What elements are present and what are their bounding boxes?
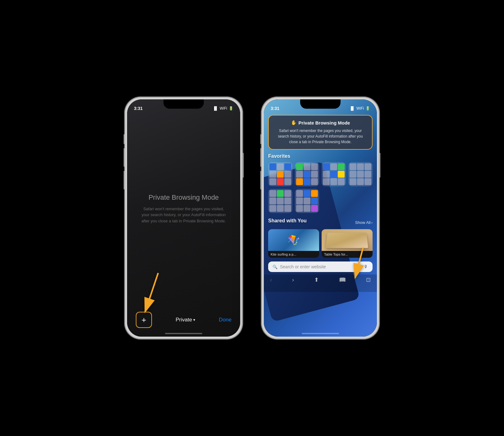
fav-dot [296,178,303,185]
private-mode-title: Private Browsing Mode [149,193,219,202]
shared-title: Shared with You [268,218,307,224]
fav-dot [357,171,364,178]
fav-item-5[interactable] [268,189,292,213]
mute-button [124,134,125,144]
fav-item-4[interactable] [348,162,373,186]
plus-icon: + [141,315,146,325]
fav-dot [338,171,345,178]
fav-dot [304,178,310,185]
volume-down-button-2 [260,171,262,189]
fav-item-2[interactable] [295,162,319,186]
status-icons-1: ▐▌ WiFi 🔋 [213,106,233,111]
fav-dot [284,171,291,178]
volume-up-button-2 [260,148,262,167]
fav-dot [338,163,345,170]
fav-dot [284,178,291,185]
caret-icon: ▾ [193,318,195,322]
fav-dot [284,190,291,197]
fav-dot [364,163,371,170]
favorites-title: Favorites [268,153,373,159]
volume-down-button [124,171,125,189]
fav-dot [311,190,318,197]
shared-card-kite[interactable]: 🪁 Kite surfing a p... [268,229,319,258]
fav-dot [364,178,371,185]
fav-dot [304,190,310,197]
favorites-section: Favorites [264,150,377,216]
fav-dot [269,178,276,185]
bookmarks-button[interactable]: 📖 [339,276,346,283]
pb-card-description: Safari won't remember the pages you visi… [274,128,367,145]
fav-dot [284,205,291,212]
fav-dot [296,190,303,197]
wifi-icon: WiFi [220,106,227,111]
back-button[interactable]: ‹ [270,277,272,283]
fav-dot [311,198,318,204]
fav-dot [296,163,303,170]
fav-item-3[interactable] [322,162,346,186]
fav-item-1[interactable] [268,162,292,186]
svg-line-1 [145,273,158,312]
notch-2 [300,99,341,109]
fav-dot [350,171,356,178]
status-icons-2: ▐▌ WiFi 🔋 [350,106,370,111]
fav-dot [357,163,364,170]
new-tab-button[interactable]: + [136,312,152,328]
pb-card-title: ✋ Private Browsing Mode [274,120,367,125]
fav-item-6[interactable] [295,189,319,213]
forward-button[interactable]: › [292,277,294,283]
phone-2: 3:31 ▐▌ WiFi 🔋 ✋ Private Browsing Mode S… [261,97,379,339]
fav-dot [277,205,284,212]
phone-1-screen: 3:31 ▐▌ WiFi 🔋 Private Browsing Mode Saf… [127,99,240,337]
power-button-2 [379,153,380,178]
fav-dot [269,171,276,178]
fav-dot [350,178,356,185]
fav-dot [304,198,310,204]
fav-dot [277,190,284,197]
kite-image: 🪁 [268,229,319,251]
fav-dot [277,163,284,170]
notch [163,99,204,109]
power-button [242,153,244,178]
fav-dot [296,205,303,212]
done-button[interactable]: Done [219,317,231,323]
show-all-button[interactable]: Show All › [355,220,373,225]
tab-group-picker[interactable]: Private ▾ [176,317,195,323]
fav-dot [296,198,303,204]
fav-dot [277,178,284,185]
fav-dot [311,163,318,170]
phone-2-screen: 3:31 ▐▌ WiFi 🔋 ✋ Private Browsing Mode S… [264,99,377,337]
fav-dot [269,205,276,212]
share-button[interactable]: ⬆ [314,276,319,283]
fav-dot [357,178,364,185]
fav-dot [311,178,318,185]
fav-dot [323,178,330,185]
fav-dot [311,205,318,212]
home-indicator-1 [165,333,202,334]
private-browsing-card: ✋ Private Browsing Mode Safari won't rem… [268,115,373,150]
private-label-text: Private [176,317,192,323]
fav-dot [330,171,337,178]
home-indicator-2 [302,333,339,334]
svg-line-3 [355,248,363,278]
time-display-2: 3:31 [271,106,279,111]
fav-dot [296,171,303,178]
fav-dot [269,163,276,170]
favorites-grid [268,162,373,186]
kite-emoji: 🪁 [287,234,300,246]
mute-button-2 [260,134,262,144]
fav-dot [338,178,345,185]
private-mode-description: Safari won't remember the pages you visi… [140,206,228,224]
fav-dot [269,190,276,197]
shared-header: Shared with You Show All › [268,218,373,227]
signal-icon: ▐▌ [213,106,218,111]
time-display-1: 3:31 [134,106,143,111]
volume-up-button [124,148,125,167]
fav-dot [323,163,330,170]
fav-dot [277,198,284,204]
fav-dot [304,163,310,170]
fav-dot [284,198,291,204]
arrow-to-table-card [346,245,374,282]
chevron-icon: › [371,220,373,225]
safari-content: ✋ Private Browsing Mode Safari won't rem… [264,99,377,337]
signal-icon-2: ▐▌ [350,106,355,111]
